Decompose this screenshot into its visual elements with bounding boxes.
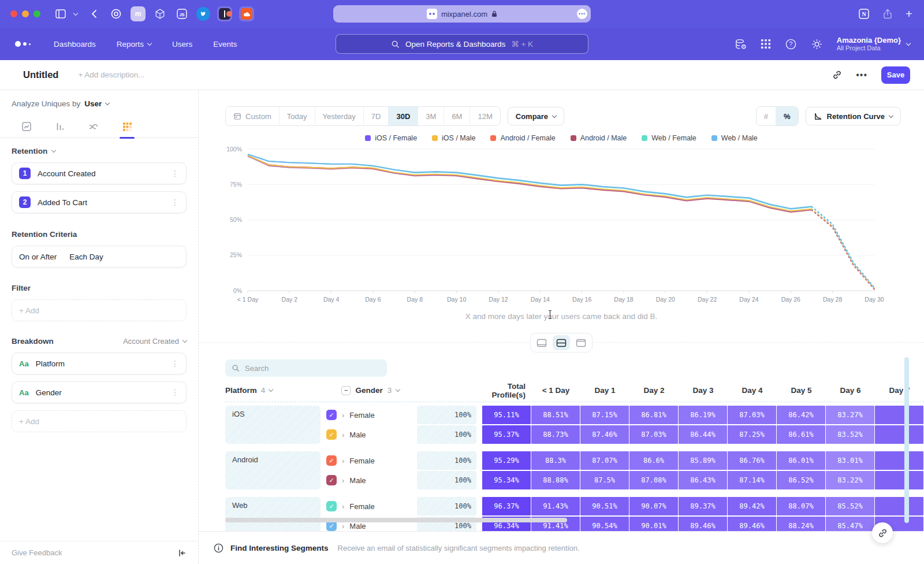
- report-description-placeholder[interactable]: + Add description...: [78, 70, 144, 79]
- vertical-scrollbar[interactable]: [904, 357, 909, 523]
- cube-icon[interactable]: [152, 6, 167, 21]
- retention-step-card[interactable]: 1Account Created⋮: [12, 162, 187, 184]
- chevron-right-icon[interactable]: ›: [342, 411, 344, 420]
- tab-funnels[interactable]: [54, 115, 66, 138]
- retention-value-cell[interactable]: 89.37%: [679, 497, 727, 515]
- retention-value-cell[interactable]: 89.46%: [728, 517, 776, 531]
- legend-item[interactable]: Web / Female: [642, 134, 696, 142]
- retention-value-cell[interactable]: 86.01%: [777, 451, 825, 470]
- retention-value-cell[interactable]: 87.46%: [580, 425, 629, 444]
- retention-value-cell[interactable]: 86.61%: [777, 425, 825, 444]
- nav-item-events[interactable]: Events: [213, 40, 237, 49]
- mixpanel-app-icon[interactable]: [217, 6, 232, 21]
- retention-value-cell[interactable]: 83.01%: [826, 451, 874, 470]
- data-management-icon[interactable]: [735, 38, 747, 50]
- gender-cell[interactable]: ✓›Male: [326, 471, 417, 489]
- retention-value-cell[interactable]: 87.14%: [728, 471, 776, 489]
- gear-icon[interactable]: [811, 38, 823, 50]
- url-bar[interactable]: mixpanel.com •••: [333, 5, 591, 23]
- breakdown-scope-selector[interactable]: Account Created: [123, 337, 187, 346]
- target-icon[interactable]: [109, 6, 124, 21]
- tab-flows[interactable]: [88, 115, 99, 138]
- nav-item-users[interactable]: Users: [172, 40, 192, 49]
- retention-value-cell[interactable]: 86.44%: [679, 425, 727, 444]
- retention-value-cell[interactable]: 87.5%: [580, 471, 629, 489]
- range-today[interactable]: Today: [279, 107, 315, 125]
- platform-column-header[interactable]: Platform 4: [225, 386, 327, 395]
- count-toggle[interactable]: #: [757, 107, 776, 125]
- retention-value-cell[interactable]: 86.81%: [629, 406, 678, 424]
- js-icon[interactable]: JS: [174, 6, 189, 21]
- range-custom[interactable]: Custom: [226, 107, 279, 125]
- sidebar-toggle-icon[interactable]: [55, 9, 66, 18]
- platform-cell[interactable]: iOS: [225, 406, 321, 444]
- retention-value-cell[interactable]: 90.51%: [580, 497, 629, 515]
- retention-value-cell[interactable]: 88.3%: [531, 451, 580, 470]
- kebab-menu-icon[interactable]: ⋮: [171, 359, 179, 368]
- retention-value-cell[interactable]: 90.07%: [629, 497, 678, 515]
- retention-value-cell[interactable]: 90.01%: [629, 517, 678, 531]
- retention-section-label[interactable]: Retention: [12, 147, 47, 155]
- segments-title[interactable]: Find Interesting Segments: [230, 544, 329, 552]
- share-link-floating-button[interactable]: [872, 522, 893, 543]
- analyze-entity-selector[interactable]: User: [84, 99, 102, 108]
- gender-cell[interactable]: ✓›Female: [326, 406, 417, 424]
- legend-item[interactable]: iOS / Female: [365, 134, 417, 142]
- nav-item-dashboards[interactable]: Dashboards: [54, 40, 96, 49]
- retention-value-cell[interactable]: 88.73%: [531, 425, 580, 444]
- percent-toggle[interactable]: %: [776, 107, 798, 125]
- retention-value-cell[interactable]: 86.76%: [728, 451, 776, 470]
- criteria-mode[interactable]: On or After: [19, 253, 57, 261]
- legend-item[interactable]: Android / Female: [490, 134, 555, 142]
- global-search-input[interactable]: Open Reports & Dashboards ⌘ + K: [336, 34, 588, 54]
- retention-criteria-card[interactable]: On or After Each Day: [12, 246, 187, 268]
- range-12m[interactable]: 12M: [470, 107, 500, 125]
- criteria-interval[interactable]: Each Day: [69, 253, 103, 261]
- chevron-down-icon[interactable]: [73, 10, 78, 15]
- range-7d[interactable]: 7D: [363, 107, 389, 125]
- kebab-menu-icon[interactable]: ⋮: [171, 169, 179, 178]
- help-icon[interactable]: ?: [785, 38, 797, 50]
- retention-step-card[interactable]: 2Added To Cart⋮: [12, 191, 187, 213]
- segment-checkbox[interactable]: ✓: [326, 501, 337, 511]
- retention-value-cell[interactable]: 88.24%: [777, 517, 825, 531]
- nav-item-reports[interactable]: Reports: [117, 40, 151, 49]
- gender-cell[interactable]: ✓›Male: [326, 425, 417, 444]
- retention-value-cell[interactable]: 85.89%: [679, 451, 727, 470]
- retention-value-cell[interactable]: 88.88%: [531, 471, 580, 489]
- apps-grid-icon[interactable]: [761, 39, 771, 49]
- collapse-sidebar-icon[interactable]: [177, 548, 187, 558]
- retention-value-cell[interactable]: 87.15%: [580, 406, 629, 424]
- platform-cell[interactable]: Web: [225, 497, 321, 531]
- share-icon[interactable]: [882, 8, 893, 20]
- new-tab-icon[interactable]: +: [906, 7, 912, 21]
- range-30d[interactable]: 30D: [388, 107, 418, 125]
- account-switcher[interactable]: Amazonia {Demo} All Project Data: [837, 36, 910, 52]
- chart-type-selector[interactable]: Retention Curve: [806, 107, 901, 125]
- close-window-button[interactable]: [10, 10, 17, 17]
- legend-item[interactable]: Web / Male: [711, 134, 758, 142]
- legend-item[interactable]: iOS / Male: [432, 134, 475, 142]
- horizontal-scrollbar[interactable]: [225, 518, 567, 522]
- chevron-right-icon[interactable]: ›: [342, 431, 344, 439]
- gender-column-header[interactable]: – Gender 3: [341, 386, 427, 395]
- retention-value-cell[interactable]: 88.07%: [777, 497, 825, 515]
- retention-value-cell[interactable]: 86.6%: [629, 451, 678, 470]
- bird-icon[interactable]: [196, 7, 210, 21]
- retention-value-cell[interactable]: 90.54%: [580, 517, 629, 531]
- segment-checkbox[interactable]: ✓: [326, 410, 337, 420]
- minimize-window-button[interactable]: [22, 10, 29, 17]
- retention-value-cell[interactable]: 86.19%: [679, 406, 727, 424]
- soundcloud-icon[interactable]: [239, 6, 254, 21]
- notion-extension-icon[interactable]: N: [858, 8, 870, 20]
- range-yesterday[interactable]: Yesterday: [315, 107, 363, 125]
- retention-value-cell[interactable]: 83.52%: [826, 425, 874, 444]
- view-split-view[interactable]: [553, 335, 570, 350]
- retention-value-cell[interactable]: 87.08%: [629, 471, 678, 489]
- back-icon[interactable]: [91, 9, 97, 18]
- gender-cell[interactable]: ✓›Female: [326, 451, 417, 470]
- retention-value-cell[interactable]: 95.11%: [482, 406, 531, 424]
- retention-value-cell[interactable]: 88.51%: [531, 406, 580, 424]
- platform-cell[interactable]: Android: [225, 451, 321, 489]
- save-button[interactable]: Save: [881, 66, 910, 84]
